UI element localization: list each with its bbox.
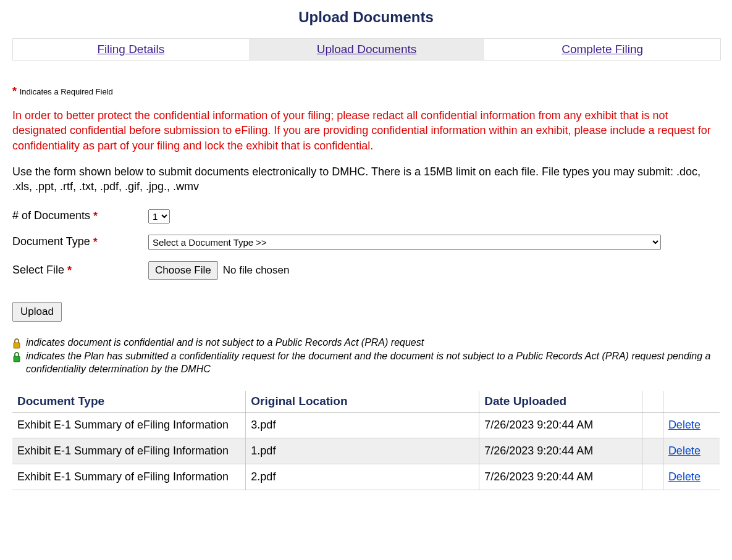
tab-bar: Filing Details Upload Documents Complete… xyxy=(12,38,721,61)
documents-table: Document Type Original Location Date Upl… xyxy=(12,391,720,490)
upload-button[interactable]: Upload xyxy=(12,302,62,322)
legend-pending: indicates the Plan has submitted a confi… xyxy=(12,350,720,376)
upload-instructions: Use the form shown below to submit docum… xyxy=(12,164,720,194)
col-header-delete xyxy=(663,391,720,412)
col-header-lock xyxy=(642,391,663,412)
confidentiality-warning: In order to better protect the confident… xyxy=(12,108,720,153)
lock-gold-icon xyxy=(12,338,21,349)
col-header-location: Original Location xyxy=(246,391,479,412)
svg-rect-0 xyxy=(14,343,20,348)
col-header-uploaded: Date Uploaded xyxy=(479,391,642,412)
table-row: Exhibit E-1 Summary of eFiling Informati… xyxy=(12,464,720,490)
doc-type-label: Document Type * xyxy=(12,235,148,249)
legend-pending-text: indicates the Plan has submitted a confi… xyxy=(26,350,720,376)
delete-link[interactable]: Delete xyxy=(668,445,700,457)
cell-type: Exhibit E-1 Summary of eFiling Informati… xyxy=(12,438,246,464)
select-file-label: Select File * xyxy=(12,264,148,277)
col-header-type: Document Type xyxy=(12,391,246,412)
required-star-icon: * xyxy=(93,236,98,248)
cell-location: 2.pdf xyxy=(246,464,479,490)
cell-uploaded: 7/26/2023 9:20:44 AM xyxy=(479,464,642,490)
tab-upload-documents[interactable]: Upload Documents xyxy=(249,39,485,60)
cell-lock xyxy=(642,438,663,464)
required-star-icon: * xyxy=(12,85,17,98)
cell-type: Exhibit E-1 Summary of eFiling Informati… xyxy=(12,464,246,490)
delete-link[interactable]: Delete xyxy=(668,419,700,431)
table-row: Exhibit E-1 Summary of eFiling Informati… xyxy=(12,438,720,464)
tab-upload-documents-link[interactable]: Upload Documents xyxy=(317,43,417,56)
svg-rect-1 xyxy=(14,356,20,362)
cell-delete: Delete xyxy=(663,412,720,438)
required-field-note: * Indicates a Required Field xyxy=(12,85,720,98)
tab-complete-filing-link[interactable]: Complete Filing xyxy=(562,43,643,56)
choose-file-button[interactable]: Choose File xyxy=(148,261,218,280)
num-docs-select[interactable]: 1 xyxy=(148,209,170,224)
cell-uploaded: 7/26/2023 9:20:44 AM xyxy=(479,438,642,464)
page-title: Upload Documents xyxy=(12,9,720,26)
cell-delete: Delete xyxy=(663,464,720,490)
num-docs-label: # of Documents * xyxy=(12,209,148,223)
cell-location: 1.pdf xyxy=(246,438,479,464)
cell-uploaded: 7/26/2023 9:20:44 AM xyxy=(479,412,642,438)
tab-filing-details-link[interactable]: Filing Details xyxy=(97,43,164,56)
tab-filing-details[interactable]: Filing Details xyxy=(13,39,249,60)
table-row: Exhibit E-1 Summary of eFiling Informati… xyxy=(12,412,720,438)
doc-type-select[interactable]: Select a Document Type >> xyxy=(148,235,661,250)
cell-lock xyxy=(642,412,663,438)
cell-delete: Delete xyxy=(663,438,720,464)
file-chosen-status: No file chosen xyxy=(223,264,290,277)
required-star-icon: * xyxy=(93,210,98,222)
cell-type: Exhibit E-1 Summary of eFiling Informati… xyxy=(12,412,246,438)
lock-green-icon xyxy=(12,351,21,362)
cell-location: 3.pdf xyxy=(246,412,479,438)
required-note-text: Indicates a Required Field xyxy=(20,87,113,96)
cell-lock xyxy=(642,464,663,490)
legend-confidential: indicates document is confidential and i… xyxy=(12,336,720,349)
tab-complete-filing[interactable]: Complete Filing xyxy=(484,39,720,60)
legend-confidential-text: indicates document is confidential and i… xyxy=(26,336,424,349)
delete-link[interactable]: Delete xyxy=(668,470,700,483)
required-star-icon: * xyxy=(67,264,72,276)
